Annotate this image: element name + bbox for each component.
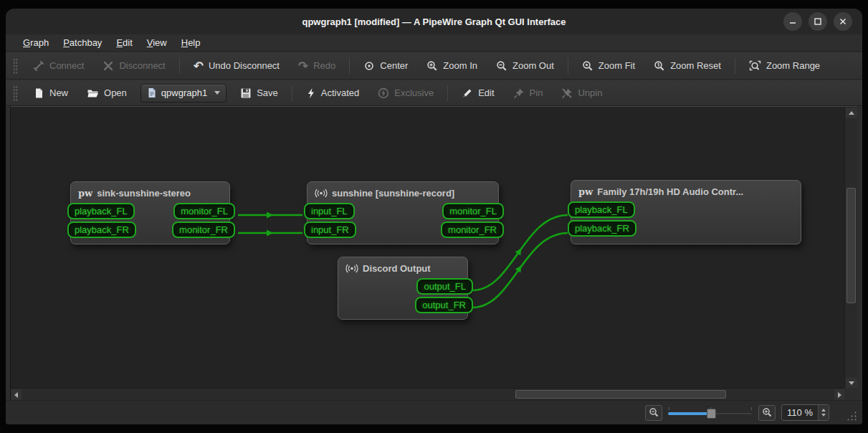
save-icon [240,87,252,99]
zoom-in-button[interactable]: Zoom In [419,57,485,75]
graph-viewport[interactable]: pw sink-sunshine-stereo playback_FL play… [11,108,845,389]
magnifier-plus-icon [762,407,773,418]
redo-icon: ↷ [298,61,308,71]
zoom-slider-handle[interactable] [707,409,716,419]
app-window: qpwgraph1 [modified] — A PipeWire Graph … [6,9,862,424]
titlebar[interactable]: qpwgraph1 [modified] — A PipeWire Graph … [6,9,862,34]
minimize-icon[interactable] [783,12,802,31]
node-title: Discord Output [363,263,431,274]
unpin-icon [561,87,573,99]
zoom-slider[interactable] [668,406,753,420]
save-button[interactable]: Save [233,85,285,102]
disconnect-icon [102,60,114,72]
port-output[interactable]: monitor_FL [173,203,235,219]
undo-disconnect-button[interactable]: ↶ Undo Disconnect [186,57,287,74]
spin-down-icon[interactable] [821,414,826,417]
patchbay-profile-combobox[interactable]: qpwgraph1 [140,84,226,103]
port-input[interactable]: playback_FR [67,222,136,238]
port-input[interactable]: input_FR [304,222,356,238]
arrow-left-icon [14,392,18,398]
connect-button[interactable]: Connect [26,57,91,75]
zoom-percent-value: 110 % [782,407,818,418]
connection-wires [11,108,845,389]
center-button[interactable]: Center [356,57,415,75]
zoom-in-status-button[interactable] [758,405,776,421]
scroll-up-button[interactable] [846,108,857,118]
open-button[interactable]: Open [80,85,134,102]
scrollbar-corner [844,388,857,400]
redo-button[interactable]: ↷ Redo [291,57,343,74]
spin-up-icon[interactable] [821,409,826,411]
activated-button[interactable]: Activated [299,85,366,102]
port-output[interactable]: output_FR [415,297,473,313]
zoom-out-status-button[interactable] [645,405,662,421]
toolbar-separator [349,58,350,74]
activated-bolt-icon [306,87,316,99]
vertical-scrollbar[interactable] [844,108,857,389]
arrow-right-icon [838,392,841,398]
resize-grip[interactable] [846,411,857,421]
port-input[interactable]: playback_FL [67,203,135,219]
pipewire-icon: pw [78,189,92,198]
pin-button[interactable]: Pin [506,85,550,102]
edit-button[interactable]: Edit [454,85,501,102]
connect-icon [33,60,44,72]
window-controls [783,12,852,31]
unpin-button[interactable]: Unpin [554,85,609,102]
port-output[interactable]: output_FL [416,278,473,295]
window-title: qpwgraph1 [modified] — A PipeWire Graph … [302,16,566,27]
node-sink-sunshine-stereo[interactable]: pw sink-sunshine-stereo playback_FL play… [70,181,230,244]
menu-graph[interactable]: Graph [16,35,56,50]
scroll-down-button[interactable] [846,378,857,389]
node-discord-output[interactable]: Discord Output output_FL output_FR [338,257,468,320]
toolbar-drag-handle[interactable] [13,58,18,74]
zoom-fit-icon [582,60,593,72]
broadcast-icon [315,188,328,199]
port-input[interactable]: input_FL [304,203,355,219]
menu-patchbay[interactable]: Patchbay [56,35,109,50]
disconnect-button[interactable]: Disconnect [95,57,172,75]
menu-view[interactable]: View [140,35,174,50]
zoom-out-icon [496,60,507,72]
patchbay-file-icon [147,87,157,98]
horizontal-scroll-thumb[interactable] [515,390,726,399]
patchbay-toolbar: New Open qpwgraph1 Save Activated Exclus… [6,80,862,106]
toolbar-drag-handle[interactable] [13,85,18,101]
node-sunshine[interactable]: sunshine [sunshine-record] input_FL inpu… [307,181,499,244]
vertical-scroll-thumb[interactable] [846,188,856,303]
scroll-right-button[interactable] [834,389,845,400]
horizontal-scrollbar[interactable] [11,388,845,400]
scroll-left-button[interactable] [11,389,22,400]
node-family-hd-audio[interactable]: pw Family 17h/19h HD Audio Contr... play… [571,180,801,244]
port-input[interactable]: playback_FL [568,201,635,218]
undo-icon: ↶ [194,61,204,71]
zoom-out-button[interactable]: Zoom Out [489,57,561,75]
zoom-fit-button[interactable]: Zoom Fit [575,57,642,75]
maximize-icon[interactable] [809,12,827,31]
arrow-down-icon [849,381,854,385]
new-button[interactable]: New [26,85,75,102]
graph-toolbar: Connect Disconnect ↶ Undo Disconnect ↷ R… [6,52,862,80]
port-output[interactable]: monitor_FR [172,222,235,238]
zoom-range-icon [749,60,761,72]
port-input[interactable]: playback_FR [568,220,636,237]
port-output[interactable]: monitor_FL [442,203,504,219]
toolbar-separator [568,58,568,74]
zoom-in-icon [426,60,438,72]
new-file-icon [33,87,44,99]
node-title: Family 17h/19h HD Audio Contr... [597,186,743,197]
zoom-range-button[interactable]: Zoom Range [742,57,827,75]
chevron-down-icon [214,91,220,95]
exclusive-button[interactable]: Exclusive [371,85,441,102]
graph-canvas[interactable]: pw sink-sunshine-stereo playback_FL play… [10,106,857,400]
menu-help[interactable]: Help [174,35,208,50]
zoom-percent-spinbox[interactable]: 110 % [781,404,829,421]
pin-icon [513,87,525,99]
zoom-reset-button[interactable]: Zoom Reset [647,57,728,75]
close-icon[interactable] [834,12,852,31]
center-icon [363,60,375,72]
toolbar-separator [447,85,448,101]
magnifier-minus-icon [649,407,659,418]
port-output[interactable]: monitor_FR [441,222,504,238]
menu-edit[interactable]: Edit [109,35,139,50]
